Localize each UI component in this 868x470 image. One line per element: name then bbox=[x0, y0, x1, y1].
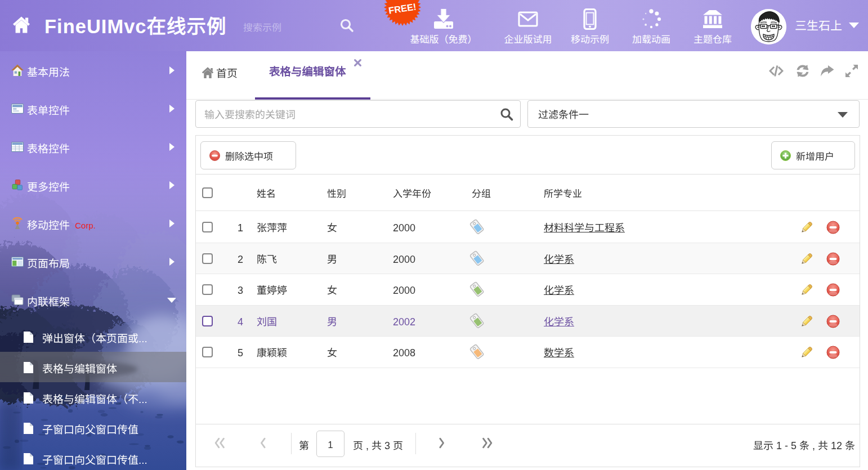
header-checkbox-cell bbox=[202, 175, 219, 211]
prev-page-button[interactable] bbox=[258, 437, 269, 449]
minus-circle-icon bbox=[209, 150, 220, 161]
layout-icon bbox=[11, 256, 24, 268]
delete-row-icon[interactable] bbox=[826, 221, 840, 234]
search-icon[interactable] bbox=[499, 107, 514, 122]
tag-icon bbox=[468, 313, 485, 330]
table-row[interactable]: 2 陈飞 男 2000 化学系 bbox=[196, 243, 860, 275]
source-code-icon[interactable] bbox=[769, 64, 784, 78]
tab-active-grid-edit-window[interactable]: 表格与编辑窗体 bbox=[255, 51, 370, 100]
avatar[interactable] bbox=[751, 9, 786, 44]
sidebar-item-label: 移动控件 bbox=[27, 217, 70, 232]
sidebar-item-form-controls[interactable]: 表单控件 bbox=[0, 89, 186, 128]
nav-enterprise-trial[interactable]: 企业版试用 bbox=[500, 0, 556, 51]
add-user-button[interactable]: 新增用户 bbox=[771, 141, 855, 169]
table-row[interactable]: 5 康颖颖 女 2008 数学系 bbox=[196, 337, 860, 368]
major-link[interactable]: 化学系 bbox=[544, 251, 574, 266]
user-menu[interactable]: 三生石上 bbox=[795, 16, 859, 33]
nav-basic-free[interactable]: 基础版（免费） bbox=[409, 0, 478, 51]
row-checkbox-cell bbox=[202, 274, 219, 306]
select-all-checkbox[interactable] bbox=[202, 187, 213, 198]
home-colored-icon bbox=[11, 64, 24, 77]
row-checkbox[interactable] bbox=[202, 222, 213, 232]
delete-row-icon[interactable] bbox=[826, 283, 840, 297]
sidebar-item-page-layout[interactable]: 页面布局 bbox=[0, 243, 186, 281]
table-row[interactable]: 1 张萍萍 女 2000 材料科学与工程系 bbox=[196, 212, 860, 243]
edit-pencil-icon[interactable] bbox=[800, 221, 813, 234]
brand-home-icon[interactable] bbox=[12, 15, 31, 34]
submenu-item-grid-edit-window-2[interactable]: 表格与编辑窗体（不... bbox=[0, 382, 186, 413]
delete-selected-label: 删除选中项 bbox=[225, 149, 273, 163]
major-link[interactable]: 数学系 bbox=[544, 344, 574, 359]
row-checkbox[interactable] bbox=[202, 253, 213, 264]
delete-row-icon[interactable] bbox=[826, 346, 840, 359]
envelope-icon bbox=[517, 8, 539, 30]
major-link[interactable]: 化学系 bbox=[544, 314, 574, 328]
sidebar-item-mobile-controls[interactable]: 移动控件 Corp. bbox=[0, 204, 186, 243]
major-link[interactable]: 化学系 bbox=[544, 282, 574, 297]
row-actions-cell bbox=[794, 337, 860, 368]
row-name: 康颖颖 bbox=[257, 337, 324, 368]
tab-bar: 首页 表格与编辑窗体 bbox=[186, 51, 868, 100]
row-year: 2008 bbox=[393, 337, 466, 368]
row-year: 2000 bbox=[393, 243, 466, 275]
page-icon bbox=[23, 422, 34, 435]
header-search-input[interactable]: 搜索示例 bbox=[243, 20, 281, 34]
frames-icon bbox=[11, 294, 24, 306]
sidebar-item-label: 基本用法 bbox=[27, 64, 70, 79]
keyword-search-input[interactable]: 输入要搜索的关键词 bbox=[195, 100, 521, 128]
row-checkbox[interactable] bbox=[202, 316, 213, 326]
nav-mobile-demo[interactable]: 移动示例 bbox=[569, 0, 611, 51]
fullscreen-icon[interactable] bbox=[844, 64, 859, 78]
mobile-icon bbox=[579, 8, 601, 30]
search-filter-row: 输入要搜索的关键词 过滤条件一 bbox=[186, 100, 868, 135]
sidebar-item-basic-usage[interactable]: 基本用法 bbox=[0, 51, 186, 89]
row-gender: 女 bbox=[327, 274, 383, 306]
delete-selected-button[interactable]: 删除选中项 bbox=[200, 141, 296, 169]
nav-loading-animation[interactable]: 加载动画 bbox=[630, 0, 673, 51]
sidebar-item-more-controls[interactable]: 更多控件 bbox=[0, 166, 186, 204]
edit-pencil-icon[interactable] bbox=[800, 252, 813, 266]
sidebar-item-iframe[interactable]: 内联框架 bbox=[0, 281, 186, 319]
last-page-button[interactable] bbox=[481, 437, 493, 449]
row-checkbox-cell bbox=[202, 212, 219, 243]
filter-dropdown[interactable]: 过滤条件一 bbox=[527, 100, 860, 128]
main-content: 首页 表格与编辑窗体 bbox=[186, 51, 868, 470]
major-link[interactable]: 材料科学与工程系 bbox=[544, 220, 625, 234]
tab-close-icon[interactable] bbox=[354, 59, 362, 67]
row-gender: 女 bbox=[327, 212, 383, 243]
delete-row-icon[interactable] bbox=[826, 315, 840, 328]
delete-row-icon[interactable] bbox=[826, 252, 840, 266]
table-row[interactable]: 4 刘国 男 2002 化学系 bbox=[196, 306, 860, 337]
pagination-summary: 显示 1 - 5 条 , 共 12 条 bbox=[753, 437, 855, 452]
row-major-cell: 数学系 bbox=[544, 337, 791, 368]
edit-pencil-icon[interactable] bbox=[800, 283, 813, 297]
open-new-window-icon[interactable] bbox=[820, 64, 834, 78]
add-user-label: 新增用户 bbox=[796, 149, 834, 163]
submenu-item-popup-window[interactable]: 弹出窗体（本页面或... bbox=[0, 321, 186, 352]
dropdown-caret-icon bbox=[838, 112, 848, 118]
data-grid: 删除选中项 新增用户 姓名 性别 入学年份 分组 所学专业 bbox=[195, 135, 860, 467]
grid-body: 1 张萍萍 女 2000 材料科学与工程系 bbox=[196, 212, 860, 368]
submenu-item-label: 表格与编辑窗体 bbox=[42, 360, 117, 375]
row-checkbox[interactable] bbox=[202, 347, 213, 357]
edit-pencil-icon[interactable] bbox=[800, 315, 813, 328]
row-checkbox[interactable] bbox=[202, 284, 213, 295]
row-group-tag-cell bbox=[472, 337, 534, 368]
refresh-icon[interactable] bbox=[795, 64, 810, 78]
page-number-input[interactable]: 1 bbox=[316, 431, 344, 457]
first-page-button[interactable] bbox=[214, 437, 226, 449]
submenu-item-child-to-parent[interactable]: 子窗口向父窗口传值 bbox=[0, 413, 186, 443]
submenu-item-child-to-parent-2[interactable]: 子窗口向父窗口传值... bbox=[0, 443, 186, 470]
table-row[interactable]: 3 董婷婷 女 2000 化学系 bbox=[196, 274, 860, 306]
edit-pencil-icon[interactable] bbox=[800, 346, 813, 359]
user-caret-icon bbox=[849, 23, 859, 28]
next-page-button[interactable] bbox=[436, 437, 447, 449]
sidebar-item-grid-controls[interactable]: 表格控件 bbox=[0, 128, 186, 166]
sidebar-item-label: 更多控件 bbox=[27, 178, 70, 194]
submenu-item-grid-edit-window[interactable]: 表格与编辑窗体 bbox=[0, 352, 186, 382]
header-search-icon[interactable] bbox=[339, 17, 355, 33]
avatar-face bbox=[751, 9, 786, 44]
nav-theme-repo[interactable]: 主题仓库 bbox=[691, 0, 734, 51]
tab-home-label: 首页 bbox=[216, 65, 238, 80]
row-name: 董婷婷 bbox=[257, 274, 324, 306]
